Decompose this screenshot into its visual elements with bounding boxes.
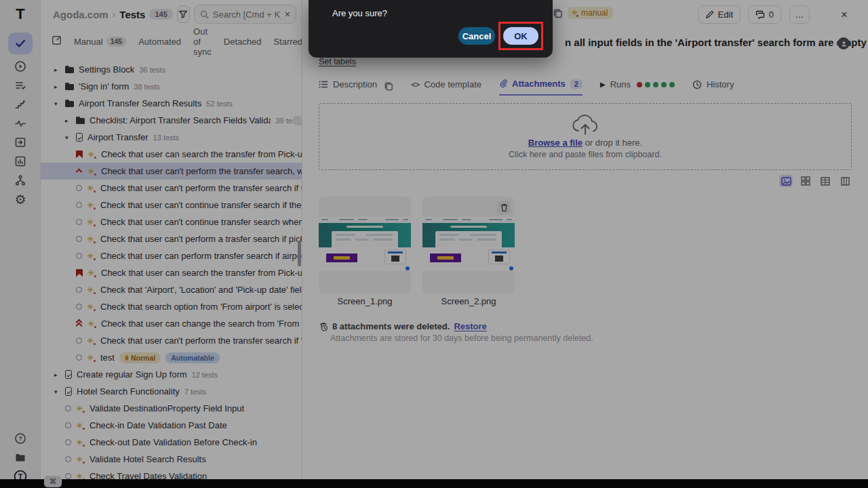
ok-button[interactable]: OK (503, 27, 538, 45)
confirm-dialog: Are you sure? Cancel OK (309, 0, 553, 58)
modal-overlay[interactable] (0, 0, 868, 488)
confirm-dialog-title: Are you sure? (332, 8, 387, 18)
app-window: T ⚙ ? T (0, 0, 868, 488)
cancel-button[interactable]: Cancel (458, 27, 495, 45)
